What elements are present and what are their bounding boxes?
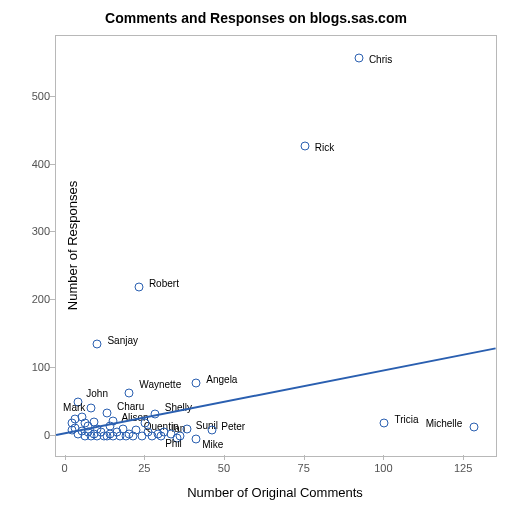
chart-title: Comments and Responses on blogs.sas.com	[0, 10, 512, 26]
x-tick: 50	[218, 462, 230, 474]
data-point	[192, 435, 201, 444]
x-tick: 75	[298, 462, 310, 474]
x-tick: 0	[62, 462, 68, 474]
data-point	[469, 422, 478, 431]
y-tick: 300	[32, 225, 50, 237]
y-tick: 200	[32, 293, 50, 305]
point-label: Robert	[149, 278, 179, 289]
point-label: Mike	[202, 439, 223, 450]
y-tick: 0	[44, 429, 50, 441]
y-tick: 400	[32, 158, 50, 170]
point-label: Tricia	[394, 414, 418, 425]
data-point	[354, 53, 363, 62]
x-axis-label: Number of Original Comments	[55, 485, 495, 500]
scatter-chart: Comments and Responses on blogs.sas.com …	[0, 0, 512, 512]
point-label: Chris	[369, 54, 392, 65]
data-point	[380, 419, 389, 428]
data-point	[192, 378, 201, 387]
point-label: Rick	[315, 142, 334, 153]
data-point	[157, 431, 166, 440]
y-axis-label: Number of Responses	[8, 35, 137, 455]
data-point	[141, 419, 150, 428]
point-label: Waynette	[139, 379, 181, 390]
point-label: Michelle	[426, 418, 463, 429]
x-tick: 25	[138, 462, 150, 474]
y-tick: 500	[32, 90, 50, 102]
data-point	[208, 425, 217, 434]
data-point	[300, 141, 309, 150]
point-label: Peter	[221, 421, 245, 432]
data-point	[166, 429, 175, 438]
point-label: Angela	[206, 374, 237, 385]
data-point	[176, 431, 185, 440]
x-tick: 100	[374, 462, 392, 474]
y-tick: 100	[32, 361, 50, 373]
x-tick: 125	[454, 462, 472, 474]
